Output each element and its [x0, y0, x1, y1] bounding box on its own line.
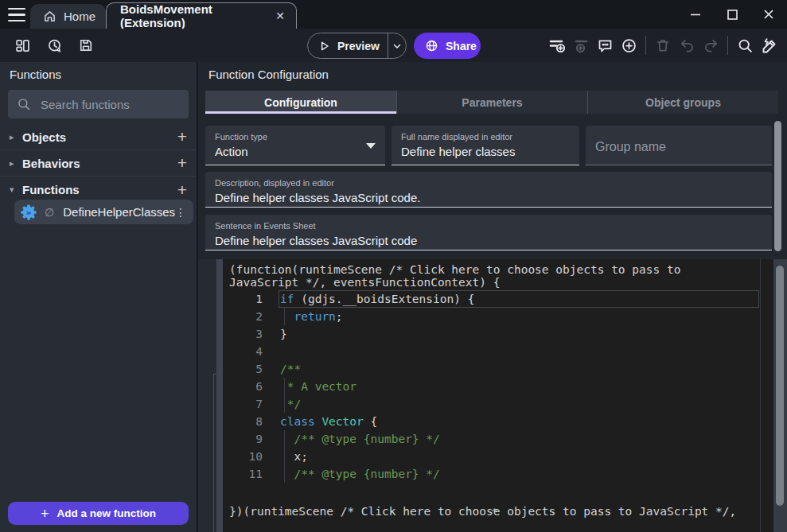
tree-section-objects[interactable]: ▸Objects+	[0, 124, 197, 150]
tab-close-icon[interactable]: ✕	[275, 10, 285, 21]
save-icon[interactable]	[74, 33, 98, 57]
search-input-icon	[17, 97, 31, 111]
tab-boidsmovement[interactable]: BoidsMovement (Extension) ✕	[106, 2, 297, 29]
titlebar: Home BoidsMovement (Extension) ✕	[0, 0, 787, 29]
events-sheet: (function(runtimeScene /* Click here to …	[198, 259, 787, 532]
add-function-label: Add a new function	[57, 507, 157, 519]
code-line-9[interactable]: 9 /** @type {number} */	[223, 430, 773, 448]
code-text: x;	[280, 448, 759, 465]
description-field[interactable]: Description, displayed in editor Define …	[205, 172, 772, 208]
code-line-8[interactable]: 8class Vector {	[223, 413, 773, 430]
chevron-right-icon[interactable]: ▸	[10, 158, 22, 169]
tab-parameters[interactable]: Parameters	[396, 91, 587, 114]
search-icon[interactable]	[733, 33, 757, 57]
sentence-field[interactable]: Sentence in Events Sheet Define helper c…	[205, 215, 772, 250]
code-text: class Vector {	[280, 413, 759, 430]
code-text: /**	[280, 360, 759, 378]
add-circle-icon[interactable]	[617, 33, 641, 57]
history-icon[interactable]	[42, 33, 66, 57]
group-name-field[interactable]: Group name	[586, 126, 772, 165]
add-functions-button[interactable]: +	[177, 182, 187, 198]
code-line-6[interactable]: 6 * A vector	[223, 378, 773, 395]
full-name-field[interactable]: Full name displayed in editor Define hel…	[392, 126, 579, 165]
search-functions-input[interactable]	[41, 98, 168, 111]
project-manager-icon[interactable]	[10, 33, 34, 57]
add-subevent-icon[interactable]	[569, 33, 593, 57]
js-code-editor[interactable]: (function(runtimeScene /* Click here to …	[223, 259, 773, 532]
function-gear-icon: »	[20, 204, 37, 221]
line-number: 7	[223, 395, 263, 413]
config-scrollbar-thumb[interactable]	[774, 121, 781, 251]
line-number: 2	[223, 308, 263, 325]
code-line-3[interactable]: 3}	[223, 325, 773, 343]
undo-icon[interactable]	[675, 33, 699, 57]
code-text: */	[280, 395, 759, 413]
kebab-menu-icon[interactable]: ⋮	[175, 206, 186, 219]
add-objects-button[interactable]: +	[177, 129, 187, 145]
tree-section-behaviors[interactable]: ▸Behaviors+	[0, 150, 197, 177]
toolbar: Preview Share	[0, 29, 787, 62]
app-window: Home BoidsMovement (Extension) ✕	[0, 0, 787, 532]
add-event-icon[interactable]	[545, 33, 569, 57]
function-type-select[interactable]: Function type Action	[205, 126, 385, 165]
line-number: 10	[223, 448, 263, 465]
preview-dropdown-button[interactable]	[388, 33, 406, 58]
chevron-right-icon[interactable]: ▸	[10, 132, 22, 142]
tab-configuration[interactable]: Configuration	[205, 91, 396, 114]
trash-icon[interactable]	[651, 33, 675, 57]
function-item-label: DefineHelperClasses	[63, 205, 175, 219]
description-value: Define helper classes JavaScript code.	[215, 191, 762, 204]
code-line-2[interactable]: 2 return;	[223, 308, 773, 325]
maximize-button[interactable]	[714, 0, 750, 29]
event-drag-handle[interactable]	[216, 259, 223, 532]
group-name-placeholder: Group name	[595, 140, 762, 154]
tab-home-label: Home	[64, 10, 95, 23]
add-function-button[interactable]: + Add a new function	[8, 502, 189, 525]
home-icon	[43, 10, 56, 23]
code-line-5[interactable]: 5/**	[223, 360, 773, 378]
tab-object-groups[interactable]: Object groups	[587, 91, 778, 114]
code-line-4[interactable]: 4	[223, 343, 773, 360]
main-title: Function Configuration	[208, 68, 329, 81]
svg-text:»: »	[25, 207, 31, 217]
line-number: 9	[223, 430, 263, 448]
globe-icon	[425, 39, 438, 52]
close-button[interactable]	[750, 0, 787, 29]
code-header[interactable]: (function(runtimeScene /* Click here to …	[229, 263, 758, 289]
code-scrollbar-track[interactable]	[773, 259, 787, 532]
line-number: 5	[223, 360, 263, 378]
preview-button[interactable]: Preview	[307, 33, 407, 59]
preview-label: Preview	[337, 40, 380, 52]
minimize-button[interactable]	[677, 0, 714, 29]
line-number: 3	[223, 325, 263, 343]
expander-caret[interactable]: ^	[492, 507, 497, 518]
tree-section-label: Objects	[22, 130, 177, 144]
redo-icon[interactable]	[699, 33, 723, 57]
code-line-1[interactable]: 1if (gdjs.__boidsExtension) {	[223, 290, 773, 308]
chevron-down-icon[interactable]: ▾	[10, 184, 22, 195]
description-label: Description, displayed in editor	[215, 178, 762, 188]
function-item-definehelperclasses[interactable]: » ∅ DefineHelperClasses ⋮	[14, 200, 193, 224]
search-functions-box[interactable]	[8, 90, 189, 118]
code-line-7[interactable]: 7 */	[223, 395, 773, 413]
line-number: 4	[223, 343, 263, 360]
code-scrollbar-thumb[interactable]	[776, 266, 784, 506]
tab-home[interactable]: Home	[30, 4, 106, 29]
full-name-value: Define helper classes	[401, 145, 570, 158]
code-lines: 1if (gdjs.__boidsExtension) {2 return;3}…	[223, 290, 773, 483]
tree-section-label: Functions	[22, 183, 177, 196]
code-text	[280, 343, 759, 360]
plus-icon: +	[41, 507, 49, 520]
tree-section-label: Behaviors	[22, 157, 177, 170]
code-footer: })(runtimeScene /* Click here to choose …	[229, 480, 758, 532]
code-line-10[interactable]: 10 x;	[223, 448, 773, 465]
share-button[interactable]: Share	[414, 33, 481, 59]
add-behaviors-button[interactable]: +	[177, 155, 187, 171]
add-comment-icon[interactable]	[593, 33, 617, 57]
code-header-line: (function(runtimeScene /* Click here to …	[229, 263, 758, 276]
code-text: * A vector	[280, 378, 759, 395]
main-menu-button[interactable]	[8, 8, 25, 21]
event-outline	[213, 374, 214, 532]
edit-zap-icon[interactable]	[757, 33, 781, 57]
sentence-label: Sentence in Events Sheet	[215, 221, 762, 231]
